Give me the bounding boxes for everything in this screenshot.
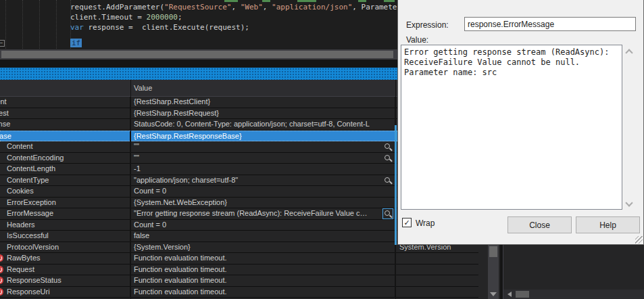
wrap-checkbox-label[interactable]: Wrap xyxy=(416,218,435,228)
watch-name-cell[interactable]: base xyxy=(0,131,130,143)
watch-type-cell[interactable] xyxy=(395,264,478,276)
right-pane-hscroll-thumb[interactable] xyxy=(516,291,529,298)
scroll-down-arrow-icon[interactable] xyxy=(490,292,497,296)
watch-value-cell[interactable]: "" xyxy=(130,153,395,164)
text-visualizer-dialog: Expression: Value: Error getting respons… xyxy=(397,0,644,245)
code-token: , xyxy=(231,3,240,12)
watch-value-cell[interactable]: false xyxy=(130,231,395,242)
code-token: , xyxy=(263,3,272,12)
close-button[interactable]: Close xyxy=(507,216,572,233)
scroll-left-arrow-icon[interactable] xyxy=(507,292,512,297)
watch-value-cell[interactable]: Function evaluation timeout. xyxy=(130,287,395,298)
debugger-screen: − request.AddParameter("RequestSource", … xyxy=(0,0,644,299)
watch-name-cell[interactable]: IsSuccessful xyxy=(0,231,130,242)
variable-name: client xyxy=(0,97,7,108)
watch-name-cell[interactable]: Headers xyxy=(0,220,130,231)
watch-value-cell[interactable]: -1 xyxy=(130,164,395,175)
magnifier-visualizer-icon[interactable] xyxy=(384,210,392,218)
watch-name-cell[interactable]: ResponseUri xyxy=(0,287,130,298)
watch-value-cell[interactable]: Count = 0 xyxy=(130,186,395,198)
help-button[interactable]: Help xyxy=(576,216,640,233)
watch-value-cell[interactable]: {System.Version} xyxy=(130,242,395,254)
code-token: "RequestSource" xyxy=(164,3,231,12)
right-pane-horizontal-scrollbar[interactable] xyxy=(503,290,644,299)
code-token: 2000000 xyxy=(147,13,178,22)
variable-value: StatusCode: 0, Content-Type: application… xyxy=(134,120,370,128)
variable-value: Function evaluation timeout. xyxy=(134,254,227,262)
watch-value-cell[interactable]: StatusCode: 0, Content-Type: application… xyxy=(130,119,395,131)
watch-name-cell[interactable]: ProtocolVersion xyxy=(0,242,130,254)
editor-hscroll-thumb[interactable] xyxy=(1,51,393,58)
watch-name-cell[interactable]: Cookies xyxy=(0,186,130,198)
value-textarea[interactable]: Error getting response stream (ReadAsync… xyxy=(401,45,622,210)
refresh-evaluation-icon[interactable] xyxy=(0,266,3,273)
code-token: var xyxy=(70,23,84,32)
watch-row-ResponseUri[interactable]: ResponseUriFunction evaluation timeout. xyxy=(0,287,478,298)
expression-input[interactable] xyxy=(464,17,636,31)
variable-value: "application/json; charset=utf-8" xyxy=(134,176,238,184)
watch-row-Request[interactable]: RequestFunction evaluation timeout. xyxy=(0,264,478,276)
watch-type-cell[interactable] xyxy=(395,287,478,298)
variable-value: {System.Version} xyxy=(134,243,191,251)
watch-name-cell[interactable]: response xyxy=(0,119,130,131)
watch-value-cell[interactable]: "application/json; charset=utf-8" xyxy=(130,175,395,187)
watch-value-cell[interactable]: "Error getting response stream (ReadAsyn… xyxy=(130,208,395,220)
watch-name-cell[interactable]: ContentType xyxy=(0,175,130,187)
watch-type-cell[interactable] xyxy=(395,275,478,287)
watch-name-cell[interactable]: Request xyxy=(0,264,130,276)
watch-name-cell[interactable]: ResponseStatus xyxy=(0,275,130,287)
variable-value: Function evaluation timeout. xyxy=(134,265,227,273)
watch-name-cell[interactable]: RawBytes xyxy=(0,253,130,264)
watch-name-cell[interactable]: ErrorException xyxy=(0,198,130,209)
watch-value-cell[interactable]: {RestSharp.RestResponseBase} xyxy=(130,131,395,143)
variable-value: {System.Net.WebException} xyxy=(134,198,227,206)
variable-name: Request xyxy=(7,264,34,275)
watch-value-cell[interactable]: "" xyxy=(130,141,395,153)
watch-name-cell[interactable]: ErrorMessage xyxy=(0,208,130,220)
watch-row-ResponseStatus[interactable]: ResponseStatusFunction evaluation timeou… xyxy=(0,275,478,287)
watch-vscroll-thumb[interactable] xyxy=(489,246,497,257)
watch-name-cell[interactable]: ContentEncoding xyxy=(0,153,130,164)
magnifier-visualizer-icon[interactable] xyxy=(384,143,392,151)
magnifier-visualizer-icon[interactable] xyxy=(384,154,392,162)
code-token: if xyxy=(70,39,82,47)
watch-value-cell[interactable]: Function evaluation timeout. xyxy=(130,253,395,264)
watch-value-cell[interactable]: Function evaluation timeout. xyxy=(130,264,395,276)
right-pane xyxy=(503,245,644,299)
textarea-scroll-down-icon[interactable] xyxy=(625,199,633,206)
column-divider[interactable] xyxy=(130,80,131,299)
code-token: , Paramete xyxy=(352,3,397,12)
watch-value-cell[interactable]: {RestSharp.RestClient} xyxy=(130,97,395,108)
watch-value-cell[interactable]: {RestSharp.RestRequest} xyxy=(130,108,395,120)
textarea-scroll-up-icon[interactable] xyxy=(625,49,633,56)
variable-value: {RestSharp.RestClient} xyxy=(134,97,210,106)
wrap-checkbox[interactable]: ✓ xyxy=(402,218,412,227)
watch-name-cell[interactable]: Content xyxy=(0,141,130,153)
variable-value: "" xyxy=(134,142,139,150)
watch-name-cell[interactable]: client xyxy=(0,97,130,108)
watch-row-RawBytes[interactable]: RawBytesFunction evaluation timeout. xyxy=(0,253,478,264)
variable-value: "" xyxy=(134,154,139,162)
refresh-evaluation-icon[interactable] xyxy=(0,288,3,296)
code-token: ; xyxy=(178,13,182,22)
watch-value-cell[interactable]: Count = 0 xyxy=(130,220,395,231)
variable-name: Headers xyxy=(7,220,35,231)
variable-name: request xyxy=(0,108,9,119)
watch-value-cell[interactable]: Function evaluation timeout. xyxy=(130,275,395,287)
magnifier-visualizer-icon[interactable] xyxy=(384,177,392,185)
refresh-evaluation-icon[interactable] xyxy=(0,277,3,284)
watch-value-cell[interactable]: {System.Net.WebException} xyxy=(130,198,395,209)
watch-type-cell[interactable] xyxy=(395,253,478,264)
dialog-resize-grip-icon[interactable] xyxy=(635,236,643,244)
variable-name: Content xyxy=(7,141,33,152)
variable-name: base xyxy=(0,131,11,142)
variable-name: RawBytes xyxy=(7,253,41,264)
value-column-header[interactable]: Value xyxy=(134,80,152,97)
variable-value: false xyxy=(134,231,149,239)
watch-name-cell[interactable]: request xyxy=(0,108,130,120)
variable-value: Count = 0 xyxy=(134,221,166,229)
refresh-evaluation-icon[interactable] xyxy=(0,254,3,262)
variable-name: Cookies xyxy=(7,186,34,197)
watch-name-cell[interactable]: ContentLength xyxy=(0,164,130,175)
active-window-edge xyxy=(395,125,397,245)
